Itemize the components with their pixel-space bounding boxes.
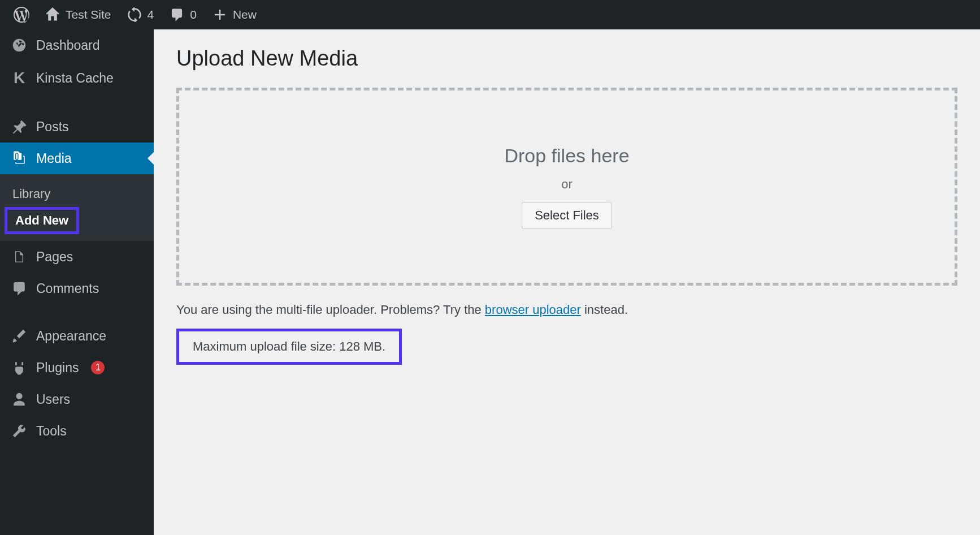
comments-link[interactable]: 0 bbox=[162, 0, 205, 29]
sidebar-separator bbox=[0, 95, 154, 111]
drop-text: Drop files here bbox=[504, 145, 629, 167]
pages-icon bbox=[11, 249, 27, 265]
sidebar-label-pages: Pages bbox=[36, 249, 73, 265]
pin-icon bbox=[11, 119, 27, 135]
admin-sidebar: Dashboard K Kinsta Cache Posts Media Lib… bbox=[0, 29, 154, 382]
plugin-update-badge: 1 bbox=[91, 361, 105, 374]
plus-icon bbox=[213, 7, 227, 22]
helper-pre: You are using the multi-file uploader. P… bbox=[176, 303, 485, 317]
site-name-label: Test Site bbox=[66, 8, 111, 21]
comments-icon bbox=[11, 281, 27, 296]
sidebar-label-plugins: Plugins bbox=[36, 360, 79, 376]
file-dropzone[interactable]: Drop files here or Select Files bbox=[176, 88, 957, 286]
refresh-icon bbox=[127, 7, 142, 22]
media-icon bbox=[11, 150, 27, 166]
sidebar-label-posts: Posts bbox=[36, 119, 69, 135]
max-upload-note: Maximum upload file size: 128 MB. bbox=[176, 329, 402, 365]
sidebar-label-dashboard: Dashboard bbox=[36, 38, 100, 53]
submenu-add-new[interactable]: Add New bbox=[5, 207, 79, 234]
select-files-button[interactable]: Select Files bbox=[522, 202, 612, 229]
admin-bar: Test Site 4 0 New bbox=[0, 0, 980, 29]
new-label: New bbox=[233, 8, 257, 21]
new-content-link[interactable]: New bbox=[205, 0, 264, 29]
sidebar-label-media: Media bbox=[36, 151, 72, 166]
sidebar-label-comments: Comments bbox=[36, 281, 99, 296]
comment-count: 0 bbox=[190, 8, 197, 21]
home-icon bbox=[45, 7, 60, 22]
sidebar-item-posts[interactable]: Posts bbox=[0, 111, 154, 143]
sidebar-item-dashboard[interactable]: Dashboard bbox=[0, 29, 154, 61]
sidebar-item-kinsta-cache[interactable]: K Kinsta Cache bbox=[0, 61, 154, 95]
helper-post: instead. bbox=[581, 303, 628, 317]
sidebar-label-appearance: Appearance bbox=[36, 329, 106, 344]
browser-uploader-link[interactable]: browser uploader bbox=[485, 303, 581, 317]
sidebar-separator-2 bbox=[0, 304, 154, 320]
media-submenu: Library Add New bbox=[0, 174, 154, 241]
sidebar-item-comments[interactable]: Comments bbox=[0, 273, 154, 304]
helper-text: You are using the multi-file uploader. P… bbox=[176, 303, 957, 317]
kinsta-icon: K bbox=[11, 69, 27, 87]
wp-logo-link[interactable] bbox=[6, 0, 37, 29]
main-content: Upload New Media Drop files here or Sele… bbox=[154, 29, 980, 382]
brush-icon bbox=[11, 328, 27, 344]
sidebar-item-plugins[interactable]: Plugins 1 bbox=[0, 352, 154, 382]
or-text: or bbox=[561, 177, 573, 192]
wordpress-icon bbox=[14, 7, 29, 23]
update-count: 4 bbox=[148, 8, 154, 21]
sidebar-item-pages[interactable]: Pages bbox=[0, 241, 154, 273]
page-title: Upload New Media bbox=[176, 46, 957, 71]
updates-link[interactable]: 4 bbox=[119, 0, 162, 29]
dashboard-icon bbox=[11, 37, 27, 53]
sidebar-label-kinsta: Kinsta Cache bbox=[36, 71, 114, 86]
comment-icon bbox=[170, 7, 184, 22]
submenu-library[interactable]: Library bbox=[0, 181, 154, 207]
plug-icon bbox=[11, 360, 27, 376]
sidebar-item-media[interactable]: Media bbox=[0, 143, 154, 174]
sidebar-item-appearance[interactable]: Appearance bbox=[0, 320, 154, 352]
site-name-link[interactable]: Test Site bbox=[37, 0, 119, 29]
